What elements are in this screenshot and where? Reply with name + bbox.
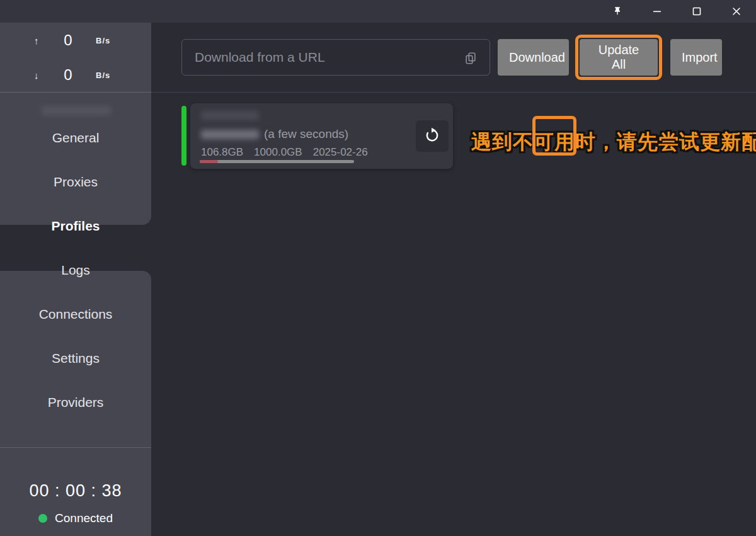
profile-active-indicator (181, 106, 186, 166)
import-button[interactable]: Import (670, 39, 722, 76)
copy-icon (464, 51, 478, 67)
sidebar-item-connections[interactable]: Connections (0, 292, 151, 336)
status-label: Connected (55, 511, 113, 525)
profiles-page: Download Update All Import (a few second… (151, 23, 756, 536)
profile-subtitle-row: (a few seconds) (201, 127, 348, 141)
download-button[interactable]: Download (498, 39, 569, 76)
upload-speed-value: 0 (49, 31, 87, 49)
refresh-icon (423, 127, 441, 146)
profile-updated-ago: (a few seconds) (264, 127, 348, 141)
titlebar (0, 0, 756, 23)
traffic-progress-track (200, 160, 354, 163)
paste-clipboard-button[interactable] (461, 50, 480, 67)
profile-progress-fill (200, 160, 218, 163)
window-controls (597, 0, 756, 23)
update-profile-button[interactable] (416, 120, 449, 152)
url-input[interactable] (181, 39, 490, 76)
upload-speed-unit: B/s (96, 36, 110, 45)
sidebar-divider-top (0, 92, 151, 93)
download-speed-value: 0 (49, 66, 87, 84)
update-all-button[interactable]: Update All (580, 39, 658, 76)
upload-speed-row: ↑ 0 B/s (0, 31, 151, 50)
sidebar-item-profiles[interactable]: Profiles (0, 204, 151, 248)
profile-stats-row: 106.8GB 1000.0GB 2025-02-26 (201, 146, 368, 159)
profile-card[interactable]: (a few seconds) 106.8GB 1000.0GB 2025-02… (190, 103, 453, 169)
expire-date: 2025-02-26 (313, 146, 368, 159)
download-arrow-icon: ↓ (34, 70, 39, 81)
toolbar-divider (151, 92, 756, 93)
pin-button[interactable] (597, 0, 637, 23)
maximize-button[interactable] (677, 0, 716, 23)
traffic-total: 1000.0GB (254, 146, 302, 159)
upload-arrow-icon: ↑ (34, 35, 39, 46)
profile-url-redacted (201, 130, 259, 139)
sidebar-item-general[interactable]: General (0, 116, 151, 160)
sidebar: ↑ 0 B/s ↓ 0 B/s General Proxies Profiles… (0, 23, 151, 536)
profile-name-redacted (201, 111, 259, 120)
maximize-icon (692, 7, 701, 16)
sidebar-item-logs[interactable]: Logs (0, 248, 151, 292)
sidebar-nav: General Proxies Profiles Logs Connection… (0, 116, 151, 425)
status-dot-icon (38, 514, 47, 523)
chinese-tip-annotation: 遇到不可用时，请先尝试更新配置 (471, 128, 756, 156)
sidebar-item-providers[interactable]: Providers (0, 380, 151, 425)
download-speed-row: ↓ 0 B/s (0, 66, 151, 84)
sidebar-item-proxies[interactable]: Proxies (0, 160, 151, 204)
app-logo-redacted (42, 106, 111, 115)
pin-icon (612, 6, 622, 16)
close-button[interactable] (716, 0, 756, 23)
minimize-icon (653, 7, 662, 16)
traffic-used: 106.8GB (201, 146, 243, 159)
minimize-button[interactable] (637, 0, 677, 23)
sidebar-item-settings[interactable]: Settings (0, 336, 151, 380)
connection-status: Connected (0, 511, 151, 525)
download-speed-unit: B/s (96, 71, 110, 80)
uptime-timer: 00 : 00 : 38 (0, 481, 151, 501)
app-window: { "titlebar": { "controls": { "pin": "pi… (0, 0, 756, 536)
sidebar-divider-bottom (0, 447, 151, 448)
close-icon (732, 7, 741, 16)
